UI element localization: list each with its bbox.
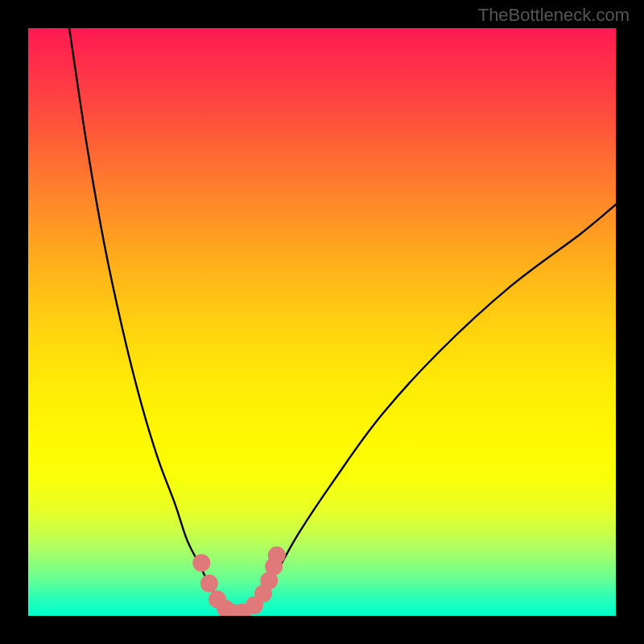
chart-marker-dot <box>200 575 218 592</box>
chart-plot-area <box>28 28 616 616</box>
chart-markers <box>192 547 285 616</box>
chart-overlay-svg <box>28 28 616 616</box>
chart-marker-dot <box>268 547 286 564</box>
watermark-text: TheBottleneck.com <box>478 5 630 26</box>
chart-curve <box>69 28 616 613</box>
chart-marker-dot <box>192 554 210 572</box>
